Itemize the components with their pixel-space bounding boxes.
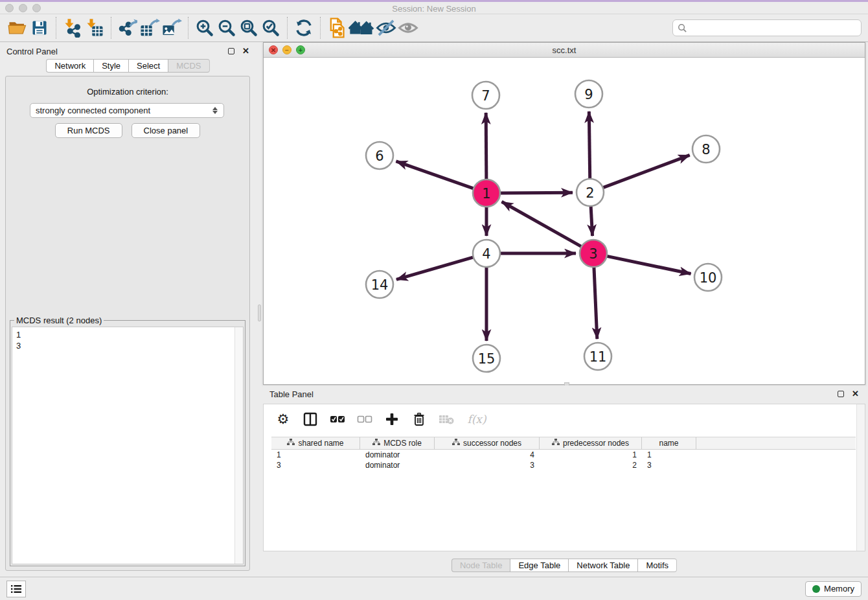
optimization-criterion-select[interactable]: strongly connected component — [30, 103, 224, 118]
tab-motifs[interactable]: Motifs — [637, 559, 677, 572]
toolbar-separator — [111, 17, 111, 39]
trash-icon — [413, 412, 426, 426]
table-cell[interactable]: 4 — [435, 450, 540, 460]
tab-select[interactable]: Select — [128, 59, 168, 73]
float-table-panel-icon[interactable] — [838, 391, 844, 397]
graph-edge-2-3[interactable] — [591, 205, 593, 236]
network-view-window: ✕ − + scc.txt 1234678910111415 — [263, 42, 865, 385]
delete-table-button[interactable] — [439, 411, 454, 427]
table-cell[interactable]: dominator — [360, 450, 435, 460]
home-view-button[interactable] — [348, 17, 375, 39]
close-table-panel-icon[interactable]: ✕ — [852, 391, 859, 397]
table-tabs: Node Table Edge Table Network Table Moti… — [263, 559, 865, 572]
column-header-predecessor-nodes[interactable]: predecessor nodes — [540, 437, 642, 449]
tab-network[interactable]: Network — [46, 59, 93, 73]
zoom-fit-button[interactable] — [238, 17, 260, 39]
table-cell[interactable]: 1 — [271, 450, 360, 460]
zoom-out-button[interactable] — [216, 17, 238, 39]
import-network-button[interactable] — [62, 17, 84, 39]
column-header-successor-nodes[interactable]: successor nodes — [435, 437, 540, 449]
table-scrollbar[interactable] — [856, 404, 865, 551]
splitter-grip-icon[interactable] — [258, 305, 261, 321]
export-table-icon — [139, 18, 160, 38]
refresh-view-button[interactable] — [293, 17, 315, 39]
select-all-columns-button[interactable] — [330, 411, 345, 427]
zoom-selected-button[interactable] — [260, 17, 282, 39]
save-icon — [30, 19, 49, 37]
import-table-button[interactable] — [84, 17, 106, 39]
graph-edge-3-1[interactable] — [502, 202, 583, 247]
graph-node-label: 3 — [589, 246, 597, 262]
zoom-in-button[interactable] — [194, 17, 216, 39]
tab-mcds[interactable]: MCDS — [168, 59, 209, 73]
column-type-icon — [287, 439, 295, 448]
panel-splitter[interactable] — [256, 42, 263, 577]
search-input[interactable] — [691, 23, 856, 33]
split-columns-button[interactable] — [303, 411, 318, 427]
float-panel-icon[interactable] — [228, 48, 234, 54]
function-builder-button[interactable]: f(x) — [466, 411, 488, 427]
status-bar: Memory — [0, 577, 868, 600]
column-header-MCDS-role[interactable]: MCDS role — [360, 437, 435, 449]
hide-details-button[interactable] — [375, 17, 397, 39]
window-title: Session: New Session — [0, 4, 868, 14]
result-scrollbar[interactable] — [234, 327, 243, 564]
add-column-button[interactable] — [384, 411, 400, 427]
graph-edge-2-8[interactable] — [602, 155, 690, 188]
table-panel-title: Table Panel — [269, 389, 314, 399]
close-panel-icon[interactable]: ✕ — [242, 48, 249, 54]
mcds-result-area[interactable]: 13 — [12, 327, 244, 564]
houses-icon — [348, 18, 374, 38]
export-network-icon — [118, 18, 137, 38]
export-image-button[interactable] — [161, 17, 183, 39]
open-file-button[interactable] — [6, 17, 29, 39]
save-session-button[interactable] — [29, 17, 51, 39]
graph-edge-1-6[interactable] — [396, 161, 475, 189]
network-graph[interactable]: 1234678910111415 — [264, 58, 865, 384]
toolbar-separator — [56, 17, 56, 39]
export-network-button[interactable] — [117, 17, 139, 39]
graph-edge-4-14[interactable] — [396, 257, 475, 279]
eye-slash-icon — [376, 18, 396, 38]
run-mcds-button[interactable]: Run MCDS — [55, 123, 122, 138]
graph-node-label: 2 — [586, 185, 594, 201]
table-cell[interactable]: 3 — [642, 460, 696, 470]
table-settings-button[interactable]: ⚙ — [275, 411, 291, 427]
network-canvas[interactable]: 1234678910111415 — [264, 58, 865, 384]
table-row[interactable]: 3dominator323 — [271, 460, 856, 470]
table-row[interactable]: 1dominator411 — [271, 450, 856, 460]
table-cell[interactable]: 1 — [540, 450, 642, 460]
graph-node-label: 10 — [700, 270, 717, 286]
tab-edge-table[interactable]: Edge Table — [510, 559, 568, 572]
table-cell[interactable]: 3 — [271, 460, 360, 470]
delete-table-icon — [439, 413, 454, 425]
graph-edge-1-7[interactable] — [486, 113, 486, 181]
deselect-all-columns-button[interactable] — [357, 411, 372, 427]
tab-network-table[interactable]: Network Table — [568, 559, 637, 572]
show-details-button[interactable] — [397, 17, 419, 39]
table-cell[interactable]: dominator — [360, 460, 435, 470]
table-cell[interactable]: 2 — [540, 460, 642, 470]
search-field[interactable] — [672, 19, 862, 36]
refresh-icon — [294, 18, 314, 38]
graph-edge-3-11[interactable] — [594, 266, 597, 339]
column-header-shared-name[interactable]: shared name — [271, 437, 360, 449]
column-header-name[interactable]: name — [642, 437, 696, 449]
tab-node-table[interactable]: Node Table — [451, 559, 510, 572]
memory-button[interactable]: Memory — [805, 581, 862, 597]
export-table-button[interactable] — [139, 17, 161, 39]
graph-edge-3-10[interactable] — [606, 256, 691, 274]
tab-style[interactable]: Style — [93, 59, 128, 73]
close-panel-button[interactable]: Close panel — [131, 123, 201, 138]
graph-edge-2-9[interactable] — [589, 111, 589, 180]
delete-column-button[interactable] — [411, 411, 427, 427]
application-window: Session: New Session Con — [0, 0, 868, 600]
copy-network-button[interactable] — [326, 17, 348, 39]
task-history-button[interactable] — [6, 581, 26, 597]
network-window-titlebar[interactable]: ✕ − + scc.txt — [264, 43, 865, 58]
eye-icon — [398, 18, 418, 38]
table-cell[interactable]: 3 — [435, 460, 540, 470]
memory-label: Memory — [824, 584, 854, 594]
graph-edge-1-2[interactable] — [499, 192, 573, 193]
table-cell[interactable]: 1 — [642, 450, 696, 460]
